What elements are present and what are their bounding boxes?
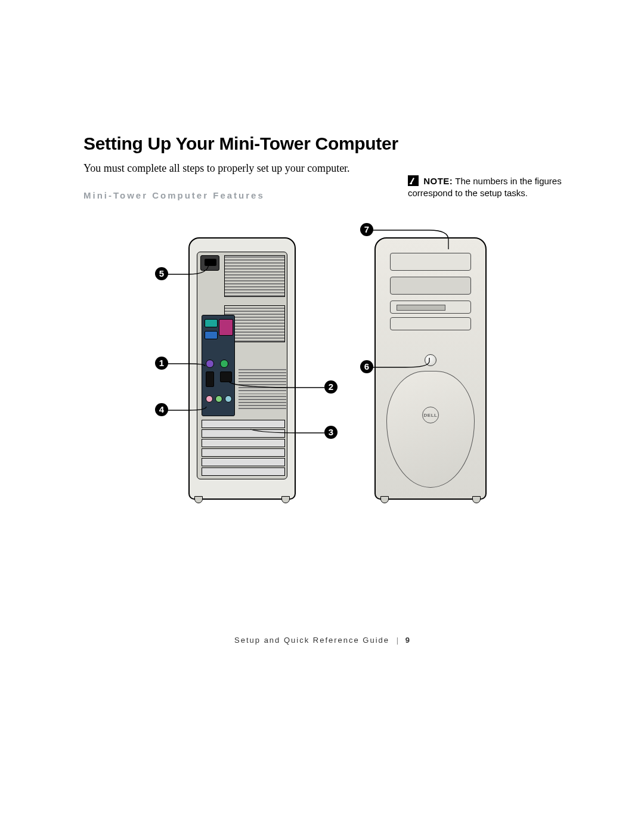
footer-separator: | bbox=[397, 636, 398, 645]
callout-3: 3 bbox=[324, 426, 338, 439]
footer-page-number: 9 bbox=[405, 636, 410, 645]
callout-1: 1 bbox=[155, 357, 168, 370]
callout-7: 7 bbox=[360, 223, 373, 236]
callout-4: 4 bbox=[155, 403, 168, 416]
callout-5: 5 bbox=[155, 267, 168, 280]
callout-6: 6 bbox=[360, 360, 373, 373]
callout-2: 2 bbox=[324, 380, 338, 394]
footer-book-title: Setup and Quick Reference Guide bbox=[234, 636, 389, 645]
page-footer: Setup and Quick Reference Guide | 9 bbox=[0, 636, 644, 645]
